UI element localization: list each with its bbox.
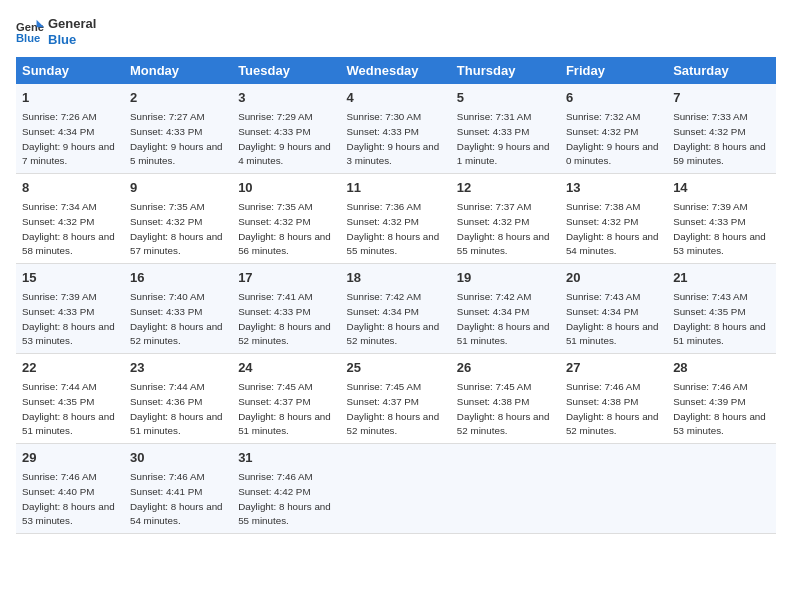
- day-number: 15: [22, 269, 118, 287]
- day-number: 19: [457, 269, 554, 287]
- day-cell: 15 Sunrise: 7:39 AMSunset: 4:33 PMDaylig…: [16, 264, 124, 354]
- column-headers: SundayMondayTuesdayWednesdayThursdayFrid…: [16, 57, 776, 84]
- day-info: Sunrise: 7:31 AMSunset: 4:33 PMDaylight:…: [457, 111, 550, 166]
- day-number: 7: [673, 89, 770, 107]
- day-number: 16: [130, 269, 226, 287]
- day-number: 17: [238, 269, 334, 287]
- day-cell: 22 Sunrise: 7:44 AMSunset: 4:35 PMDaylig…: [16, 354, 124, 444]
- day-number: 20: [566, 269, 661, 287]
- day-cell: 8 Sunrise: 7:34 AMSunset: 4:32 PMDayligh…: [16, 174, 124, 264]
- day-info: Sunrise: 7:33 AMSunset: 4:32 PMDaylight:…: [673, 111, 766, 166]
- day-info: Sunrise: 7:27 AMSunset: 4:33 PMDaylight:…: [130, 111, 223, 166]
- day-number: 3: [238, 89, 334, 107]
- day-cell: 9 Sunrise: 7:35 AMSunset: 4:32 PMDayligh…: [124, 174, 232, 264]
- day-info: Sunrise: 7:43 AMSunset: 4:34 PMDaylight:…: [566, 291, 659, 346]
- day-info: Sunrise: 7:42 AMSunset: 4:34 PMDaylight:…: [347, 291, 440, 346]
- day-number: 23: [130, 359, 226, 377]
- logo: General Blue General Blue: [16, 16, 96, 47]
- day-cell: 25 Sunrise: 7:45 AMSunset: 4:37 PMDaylig…: [341, 354, 451, 444]
- day-info: Sunrise: 7:35 AMSunset: 4:32 PMDaylight:…: [238, 201, 331, 256]
- day-info: Sunrise: 7:40 AMSunset: 4:33 PMDaylight:…: [130, 291, 223, 346]
- day-number: 8: [22, 179, 118, 197]
- day-number: 13: [566, 179, 661, 197]
- day-cell: 11 Sunrise: 7:36 AMSunset: 4:32 PMDaylig…: [341, 174, 451, 264]
- day-cell: 6 Sunrise: 7:32 AMSunset: 4:32 PMDayligh…: [560, 84, 667, 174]
- week-row-1: 1 Sunrise: 7:26 AMSunset: 4:34 PMDayligh…: [16, 84, 776, 174]
- day-cell: [667, 444, 776, 534]
- day-info: Sunrise: 7:36 AMSunset: 4:32 PMDaylight:…: [347, 201, 440, 256]
- column-header-sunday: Sunday: [16, 57, 124, 84]
- day-number: 18: [347, 269, 445, 287]
- day-number: 6: [566, 89, 661, 107]
- day-number: 1: [22, 89, 118, 107]
- day-cell: [341, 444, 451, 534]
- day-info: Sunrise: 7:43 AMSunset: 4:35 PMDaylight:…: [673, 291, 766, 346]
- day-info: Sunrise: 7:35 AMSunset: 4:32 PMDaylight:…: [130, 201, 223, 256]
- day-cell: 14 Sunrise: 7:39 AMSunset: 4:33 PMDaylig…: [667, 174, 776, 264]
- day-number: 2: [130, 89, 226, 107]
- day-cell: 19 Sunrise: 7:42 AMSunset: 4:34 PMDaylig…: [451, 264, 560, 354]
- day-info: Sunrise: 7:39 AMSunset: 4:33 PMDaylight:…: [22, 291, 115, 346]
- day-cell: 17 Sunrise: 7:41 AMSunset: 4:33 PMDaylig…: [232, 264, 340, 354]
- day-number: 21: [673, 269, 770, 287]
- column-header-wednesday: Wednesday: [341, 57, 451, 84]
- column-header-friday: Friday: [560, 57, 667, 84]
- day-info: Sunrise: 7:46 AMSunset: 4:39 PMDaylight:…: [673, 381, 766, 436]
- day-number: 31: [238, 449, 334, 467]
- day-info: Sunrise: 7:39 AMSunset: 4:33 PMDaylight:…: [673, 201, 766, 256]
- day-cell: 4 Sunrise: 7:30 AMSunset: 4:33 PMDayligh…: [341, 84, 451, 174]
- day-number: 30: [130, 449, 226, 467]
- day-cell: 21 Sunrise: 7:43 AMSunset: 4:35 PMDaylig…: [667, 264, 776, 354]
- day-cell: [560, 444, 667, 534]
- day-number: 9: [130, 179, 226, 197]
- day-info: Sunrise: 7:46 AMSunset: 4:40 PMDaylight:…: [22, 471, 115, 526]
- day-cell: 2 Sunrise: 7:27 AMSunset: 4:33 PMDayligh…: [124, 84, 232, 174]
- day-number: 4: [347, 89, 445, 107]
- day-cell: 12 Sunrise: 7:37 AMSunset: 4:32 PMDaylig…: [451, 174, 560, 264]
- day-number: 25: [347, 359, 445, 377]
- day-info: Sunrise: 7:29 AMSunset: 4:33 PMDaylight:…: [238, 111, 331, 166]
- day-info: Sunrise: 7:26 AMSunset: 4:34 PMDaylight:…: [22, 111, 115, 166]
- day-cell: 28 Sunrise: 7:46 AMSunset: 4:39 PMDaylig…: [667, 354, 776, 444]
- day-number: 10: [238, 179, 334, 197]
- day-cell: 24 Sunrise: 7:45 AMSunset: 4:37 PMDaylig…: [232, 354, 340, 444]
- day-cell: 26 Sunrise: 7:45 AMSunset: 4:38 PMDaylig…: [451, 354, 560, 444]
- day-number: 22: [22, 359, 118, 377]
- day-cell: 18 Sunrise: 7:42 AMSunset: 4:34 PMDaylig…: [341, 264, 451, 354]
- week-row-5: 29 Sunrise: 7:46 AMSunset: 4:40 PMDaylig…: [16, 444, 776, 534]
- day-number: 27: [566, 359, 661, 377]
- week-row-2: 8 Sunrise: 7:34 AMSunset: 4:32 PMDayligh…: [16, 174, 776, 264]
- day-info: Sunrise: 7:38 AMSunset: 4:32 PMDaylight:…: [566, 201, 659, 256]
- day-cell: [451, 444, 560, 534]
- day-info: Sunrise: 7:45 AMSunset: 4:37 PMDaylight:…: [238, 381, 331, 436]
- page-header: General Blue General Blue: [16, 16, 776, 47]
- day-cell: 13 Sunrise: 7:38 AMSunset: 4:32 PMDaylig…: [560, 174, 667, 264]
- day-info: Sunrise: 7:46 AMSunset: 4:38 PMDaylight:…: [566, 381, 659, 436]
- day-number: 29: [22, 449, 118, 467]
- day-cell: 27 Sunrise: 7:46 AMSunset: 4:38 PMDaylig…: [560, 354, 667, 444]
- day-cell: 23 Sunrise: 7:44 AMSunset: 4:36 PMDaylig…: [124, 354, 232, 444]
- day-info: Sunrise: 7:30 AMSunset: 4:33 PMDaylight:…: [347, 111, 440, 166]
- day-cell: 16 Sunrise: 7:40 AMSunset: 4:33 PMDaylig…: [124, 264, 232, 354]
- day-cell: 30 Sunrise: 7:46 AMSunset: 4:41 PMDaylig…: [124, 444, 232, 534]
- day-info: Sunrise: 7:41 AMSunset: 4:33 PMDaylight:…: [238, 291, 331, 346]
- day-info: Sunrise: 7:44 AMSunset: 4:36 PMDaylight:…: [130, 381, 223, 436]
- day-number: 28: [673, 359, 770, 377]
- day-number: 12: [457, 179, 554, 197]
- day-info: Sunrise: 7:46 AMSunset: 4:41 PMDaylight:…: [130, 471, 223, 526]
- day-info: Sunrise: 7:32 AMSunset: 4:32 PMDaylight:…: [566, 111, 659, 166]
- column-header-thursday: Thursday: [451, 57, 560, 84]
- column-header-tuesday: Tuesday: [232, 57, 340, 84]
- day-info: Sunrise: 7:45 AMSunset: 4:38 PMDaylight:…: [457, 381, 550, 436]
- day-cell: 10 Sunrise: 7:35 AMSunset: 4:32 PMDaylig…: [232, 174, 340, 264]
- day-cell: 31 Sunrise: 7:46 AMSunset: 4:42 PMDaylig…: [232, 444, 340, 534]
- day-cell: 7 Sunrise: 7:33 AMSunset: 4:32 PMDayligh…: [667, 84, 776, 174]
- day-number: 24: [238, 359, 334, 377]
- day-number: 11: [347, 179, 445, 197]
- day-cell: 3 Sunrise: 7:29 AMSunset: 4:33 PMDayligh…: [232, 84, 340, 174]
- day-number: 26: [457, 359, 554, 377]
- week-row-3: 15 Sunrise: 7:39 AMSunset: 4:33 PMDaylig…: [16, 264, 776, 354]
- day-cell: 5 Sunrise: 7:31 AMSunset: 4:33 PMDayligh…: [451, 84, 560, 174]
- logo-text: General Blue: [48, 16, 96, 47]
- calendar-table: SundayMondayTuesdayWednesdayThursdayFrid…: [16, 57, 776, 534]
